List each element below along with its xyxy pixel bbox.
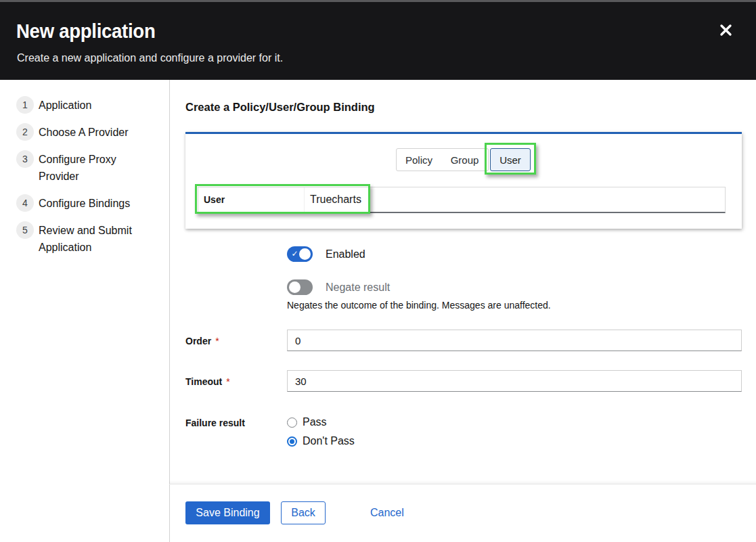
step-number-badge: 1 (16, 96, 34, 114)
order-label-text: Order (185, 336, 211, 346)
step-number-badge: 2 (16, 123, 34, 141)
wizard-step-configure-proxy-provider[interactable]: 3 Configure Proxy Provider (16, 150, 158, 185)
cancel-button[interactable]: Cancel (370, 501, 404, 524)
wizard-step-configure-bindings[interactable]: 4 Configure Bindings (16, 194, 158, 212)
page-title: Create a Policy/User/Group Binding (185, 101, 375, 114)
wizard-step-application[interactable]: 1 Application (16, 96, 158, 114)
save-binding-button[interactable]: Save Binding (185, 501, 270, 524)
negate-result-help-text: Negates the outcome of the binding. Mess… (287, 300, 551, 311)
close-icon (719, 24, 732, 37)
failure-result-option-dont-pass[interactable]: Don't Pass (287, 436, 355, 447)
toggle-knob (289, 281, 301, 293)
enabled-toggle-label[interactable]: Enabled (326, 246, 365, 262)
modal-subtitle: Create a new application and configure a… (17, 52, 283, 64)
order-input[interactable] (287, 330, 742, 351)
required-asterisk: * (215, 336, 219, 346)
radio-checked-icon[interactable] (287, 436, 297, 447)
step-label: Configure Bindings (39, 194, 130, 212)
timeout-label-text: Timeout (185, 376, 222, 387)
timeout-input[interactable] (287, 370, 742, 392)
close-button[interactable] (716, 20, 735, 39)
tab-policy[interactable]: Policy (396, 148, 442, 171)
timeout-field-label: Timeout* (185, 376, 230, 387)
step-label: Review and Submit Application (39, 221, 150, 256)
radio-unchecked-icon[interactable] (287, 417, 297, 428)
enabled-toggle[interactable]: ✓ (287, 246, 313, 262)
binding-target-card (185, 132, 742, 229)
step-label: Application (39, 96, 91, 114)
toggle-knob (299, 248, 311, 260)
step-label: Configure Proxy Provider (39, 150, 150, 185)
failure-result-option-pass[interactable]: Pass (287, 417, 327, 428)
step-label: Choose A Provider (39, 123, 129, 141)
step-number-badge: 3 (16, 150, 34, 168)
negate-result-toggle-label[interactable]: Negate result (326, 279, 390, 295)
order-field-label: Order* (185, 336, 219, 346)
tab-group[interactable]: Group (441, 148, 489, 171)
negate-result-toggle[interactable] (287, 279, 313, 295)
wizard-step-review-submit[interactable]: 5 Review and Submit Application (16, 221, 158, 256)
required-asterisk: * (226, 376, 229, 387)
back-button[interactable]: Back (281, 501, 326, 524)
modal-header: New application Create a new application… (0, 2, 756, 80)
footer-divider (169, 484, 756, 484)
modal-title: New application (16, 20, 155, 43)
check-icon: ✓ (290, 248, 299, 260)
failure-result-label: Failure result (185, 417, 245, 428)
sidebar-divider (169, 80, 170, 542)
wizard-step-choose-provider[interactable]: 2 Choose A Provider (16, 123, 158, 141)
radio-label[interactable]: Don't Pass (303, 435, 355, 447)
radio-label[interactable]: Pass (303, 416, 327, 428)
highlight-box-user-tab (485, 143, 536, 175)
step-number-badge: 5 (16, 221, 34, 239)
step-number-badge: 4 (16, 194, 34, 212)
highlight-box-user-select (195, 184, 370, 214)
